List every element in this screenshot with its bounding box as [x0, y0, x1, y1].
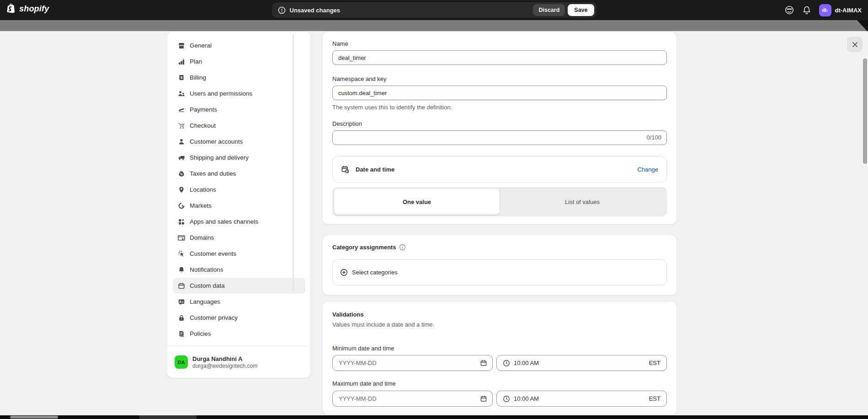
sidebar-item-label: Apps and sales channels: [190, 218, 258, 225]
sidebar-item-label: Policies: [190, 330, 211, 337]
sidebar-item-label: Domains: [190, 234, 214, 241]
cursor-click-icon: [177, 250, 185, 258]
tax-bag-icon: %: [177, 170, 185, 177]
store-avatar: dt-: [819, 4, 831, 16]
save-button[interactable]: Save: [568, 4, 594, 16]
sidebar-item-customer-accounts[interactable]: Customer accounts: [173, 134, 305, 150]
discard-button[interactable]: Discard: [533, 4, 565, 16]
alert-icon: [278, 6, 286, 14]
notifications-bell-icon[interactable]: [802, 5, 812, 15]
max-datetime-label: Maximum date and time: [332, 380, 667, 387]
change-type-link[interactable]: Change: [637, 166, 658, 173]
sidebar-item-languages[interactable]: Az Languages: [173, 294, 305, 310]
max-timezone: EST: [649, 395, 660, 402]
sidebar-item-custom-data[interactable]: Custom data: [173, 278, 305, 294]
person-icon: [177, 138, 185, 145]
clock-icon: [503, 395, 510, 403]
apps-icon: [177, 218, 185, 226]
sidebar-item-label: Users and permissions: [190, 90, 252, 97]
horizontal-scrollbar-thumb[interactable]: [10, 416, 58, 419]
max-time-input[interactable]: 10:00 AM EST: [496, 391, 667, 407]
value-mode-tabs: One valueList of values: [332, 187, 667, 216]
select-categories-label: Select categories: [352, 269, 398, 276]
svg-text:%: %: [180, 172, 183, 176]
sidebar-item-taxes-and-duties[interactable]: % Taxes and duties: [173, 166, 305, 182]
sidebar-item-billing[interactable]: $ Billing: [173, 70, 305, 86]
sidebar-item-markets[interactable]: $ Markets: [173, 198, 305, 214]
select-categories-button[interactable]: Select categories: [332, 259, 667, 285]
svg-text:$: $: [181, 204, 183, 208]
top-bar: shopify Unsaved changes Discard Save dt-…: [0, 0, 868, 20]
map-pin-icon: [177, 186, 185, 193]
tab-one-value[interactable]: One value: [334, 189, 500, 215]
sidebar-item-users-and-permissions[interactable]: Users and permissions: [173, 86, 305, 102]
sidebar-user-footer[interactable]: DA Durga Nandhini A durga@wedesigntech.c…: [167, 346, 310, 378]
sidebar-item-domains[interactable]: Domains: [173, 230, 305, 246]
metaobject-icon: [177, 282, 185, 290]
bottom-bar-segment: [139, 415, 197, 419]
sidebar-item-plan[interactable]: Plan: [173, 54, 305, 70]
min-datetime-label: Minimum date and time: [332, 345, 667, 352]
sidebar-item-customer-events[interactable]: Customer events: [173, 246, 305, 262]
min-time-value: 10:00 AM: [514, 360, 539, 366]
truck-icon: [177, 154, 185, 161]
bottom-edge-bar: [0, 415, 868, 419]
max-date-input[interactable]: [333, 391, 492, 406]
topbar-right-cluster: dt- dt-AIMAX: [784, 0, 862, 20]
tab-list-of-values[interactable]: List of values: [500, 189, 665, 215]
sidebar-item-checkout[interactable]: Checkout: [173, 118, 305, 134]
sidebar-item-payments[interactable]: Payments: [173, 102, 305, 118]
namespace-key-input[interactable]: [332, 86, 667, 100]
content-type-name: Date and time: [356, 166, 394, 173]
min-time-input[interactable]: 10:00 AM EST: [496, 355, 667, 371]
min-date-input[interactable]: [333, 355, 492, 371]
clock-icon: [503, 360, 510, 367]
validations-title: Validations: [332, 311, 364, 318]
namespace-help-text: The system uses this to identify the def…: [332, 104, 667, 111]
name-label: Name: [332, 32, 667, 47]
policy-doc-icon: [177, 330, 185, 338]
translate-icon: Az: [177, 298, 185, 306]
sidebar-item-label: Custom data: [190, 282, 225, 289]
sidebar-item-label: Notifications: [190, 266, 224, 273]
calendar-clock-icon: [341, 165, 350, 174]
user-email: durga@wedesigntech.com: [192, 363, 257, 370]
max-datetime-row: 10:00 AM EST: [332, 391, 667, 407]
sidebar-item-customer-privacy[interactable]: Customer privacy: [173, 310, 305, 326]
sidebar-item-locations[interactable]: Locations: [173, 182, 305, 198]
sidebar-item-policies[interactable]: Policies: [173, 326, 305, 342]
sidebar-item-label: Customer privacy: [190, 314, 238, 321]
category-assignments-card: Category assignments Select categories: [323, 235, 676, 295]
sidebar-item-label: Payments: [190, 106, 217, 113]
sidekick-assistant-icon[interactable]: [784, 5, 794, 15]
payments-card-icon: [177, 106, 185, 113]
sidebar-item-apps-and-sales-channels[interactable]: Apps and sales channels: [173, 214, 305, 230]
sidebar-item-label: Checkout: [190, 122, 216, 129]
unsaved-changes-bar: Unsaved changes Discard Save: [272, 2, 596, 18]
min-datetime-row: 10:00 AM EST: [332, 355, 667, 371]
sidebar-item-label: Taxes and duties: [190, 170, 236, 177]
validations-subtitle: Values must include a date and a time.: [332, 321, 667, 328]
sidebar-scrollbar[interactable]: [293, 34, 294, 290]
sidebar-item-general[interactable]: General: [173, 38, 305, 54]
shopify-bag-icon: [6, 3, 16, 14]
sidebar-item-label: Customer events: [190, 250, 236, 257]
shopify-logo[interactable]: shopify: [6, 3, 49, 14]
globe-dollar-icon: $: [177, 202, 185, 210]
page-scrollbar-thumb[interactable]: [863, 59, 867, 164]
bell-icon: [177, 266, 185, 274]
svg-text:$: $: [180, 75, 182, 79]
sidebar-item-label: Markets: [190, 202, 212, 209]
close-settings-button[interactable]: [847, 37, 863, 52]
description-input[interactable]: [332, 130, 667, 145]
sidebar-item-label: Plan: [190, 58, 202, 65]
sidebar-item-label: Languages: [190, 298, 220, 305]
name-input[interactable]: [332, 50, 667, 65]
description-label: Description: [332, 120, 667, 127]
sidebar-item-notifications[interactable]: Notifications: [173, 262, 305, 278]
dimmed-page-band: [0, 20, 868, 31]
sidebar-item-shipping-and-delivery[interactable]: Shipping and delivery: [173, 150, 305, 166]
store-menu[interactable]: dt- dt-AIMAX: [819, 4, 862, 16]
min-timezone: EST: [649, 360, 660, 366]
settings-sidebar: General Plan $ Billing Users and permiss…: [167, 32, 310, 378]
